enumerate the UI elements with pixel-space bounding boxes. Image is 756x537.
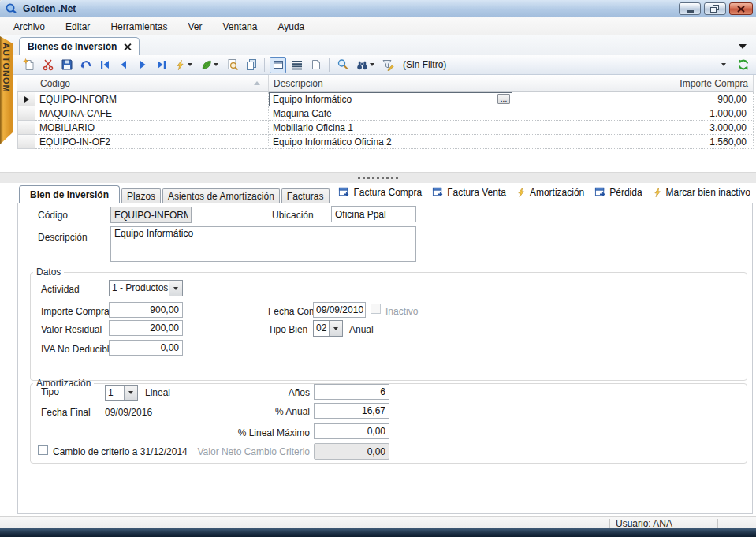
filter-edit-button[interactable] — [379, 57, 396, 73]
records-grid: Código Descripción Importe Compra EQUIPO… — [17, 75, 754, 172]
cell-importe[interactable]: 3.000,00 — [512, 121, 754, 135]
cell-codigo[interactable]: MAQUINA-CAFE — [35, 106, 269, 121]
tipo-bien-suffix-label: Anual — [349, 324, 374, 335]
valor-residual-label: Valor Residual — [41, 324, 102, 335]
descripcion-field[interactable]: Equipo Informático — [110, 226, 416, 262]
window-controls — [679, 2, 753, 15]
perdida-button[interactable]: Pérdida — [594, 186, 642, 198]
column-header-descripcion[interactable]: Descripción — [269, 75, 512, 92]
codigo-field[interactable] — [110, 207, 192, 223]
window-title: Golden .Net — [23, 3, 76, 14]
ubicacion-field[interactable] — [331, 206, 416, 222]
fecha-compra-field[interactable] — [313, 302, 366, 318]
cell-descripcion[interactable]: Maquina Café — [269, 106, 512, 121]
undo-button[interactable] — [77, 57, 94, 73]
leaf-icon — [201, 59, 212, 71]
pct-anual-field[interactable] — [314, 403, 389, 419]
menu-ver[interactable]: Ver — [177, 19, 212, 35]
new-record-button[interactable] — [20, 57, 37, 73]
row-selector[interactable] — [17, 106, 35, 121]
list-view-button[interactable] — [289, 57, 305, 73]
copy-button[interactable] — [243, 57, 259, 73]
cell-editor-button[interactable]: ... — [497, 94, 510, 104]
cell-codigo[interactable]: EQUIPO-INFORM — [35, 92, 269, 106]
status-bar: Usuario: ANA — [0, 516, 756, 528]
cell-importe[interactable]: 1.560,00 — [512, 135, 754, 149]
lightning-icon — [516, 187, 527, 198]
amortizacion-button[interactable]: Amortización — [516, 187, 584, 198]
tab-bienes-de-inversion[interactable]: Bienes de Inversión — [19, 37, 140, 55]
column-header-codigo[interactable]: Código — [35, 75, 269, 92]
anos-field[interactable] — [314, 384, 389, 400]
export-button[interactable] — [198, 57, 222, 73]
tipo-bien-combo[interactable]: 02 — [313, 320, 343, 337]
valor-residual-field[interactable] — [109, 320, 183, 336]
tab-facturas[interactable]: Facturas — [281, 188, 330, 203]
tipo-bien-dropdown-button[interactable] — [329, 321, 342, 336]
menu-herramientas[interactable]: Herramientas — [100, 19, 177, 35]
cell-importe[interactable]: 1.000,00 — [512, 106, 754, 121]
column-header-importe-compra[interactable]: Importe Compra — [512, 75, 754, 92]
menu-archivo[interactable]: Archivo — [3, 19, 55, 35]
tab-plazos[interactable]: Plazos — [121, 188, 161, 203]
menu-editar[interactable]: Editar — [55, 19, 100, 35]
form-view-button[interactable] — [270, 57, 286, 73]
toolbar: (Sin Filtro) — [0, 55, 756, 75]
search-button[interactable] — [334, 57, 351, 73]
factura-venta-button[interactable]: Factura Venta — [432, 186, 506, 198]
importe-compra-field[interactable] — [109, 302, 183, 318]
cell-descripcion-active[interactable]: Equipo Informático ... — [269, 92, 512, 106]
menu-ventana[interactable]: Ventana — [212, 19, 267, 35]
cut-button[interactable] — [39, 57, 56, 73]
cell-codigo[interactable]: MOBILIARIO — [35, 121, 269, 135]
last-record-button[interactable] — [153, 57, 169, 73]
first-record-button[interactable] — [96, 57, 113, 73]
new-window-button[interactable] — [307, 57, 324, 73]
splitter-handle[interactable] — [0, 172, 756, 183]
table-row[interactable]: MOBILIARIO Mobiliario Oficina 1 3.000,00 — [17, 121, 754, 135]
cell-importe[interactable]: 900,00 — [512, 92, 754, 106]
actividad-value: 1 - Productos a — [110, 281, 169, 296]
cell-descripcion[interactable]: Mobiliario Oficina 1 — [269, 121, 512, 135]
find-button[interactable] — [353, 57, 377, 73]
refresh-icon — [737, 58, 750, 71]
minimize-button[interactable] — [679, 2, 701, 15]
actividad-combo[interactable]: 1 - Productos a — [109, 280, 183, 296]
importe-compra-label: Importe Compra — [41, 306, 110, 317]
table-row[interactable]: MAQUINA-CAFE Maquina Café 1.000,00 — [17, 106, 754, 121]
tab-asientos-de-amortizacion[interactable]: Asientos de Amortización — [162, 188, 280, 203]
refresh-button[interactable] — [735, 57, 751, 73]
tab-bien-de-inversion[interactable]: Bien de Inversión — [19, 185, 120, 203]
cell-descripcion[interactable]: Equipo Informático Oficina 2 — [269, 135, 512, 149]
table-row[interactable]: EQUIPO-INFORM Equipo Informático ... 900… — [17, 92, 754, 106]
cell-codigo[interactable]: EQUIPO-IN-OF2 — [35, 135, 269, 149]
tipo-combo[interactable]: 1 — [105, 385, 138, 401]
restore-button[interactable] — [704, 2, 726, 15]
execute-button[interactable] — [172, 57, 196, 73]
table-row[interactable]: EQUIPO-IN-OF2 Equipo Informático Oficina… — [17, 135, 754, 149]
valor-neto-field[interactable] — [314, 443, 389, 460]
factura-compra-button[interactable]: Factura Compra — [338, 186, 422, 198]
pct-lineal-maximo-field[interactable] — [314, 423, 389, 439]
iva-no-deducible-field[interactable] — [109, 340, 183, 356]
tab-close-icon[interactable] — [124, 43, 131, 50]
lightning-icon — [653, 187, 663, 198]
row-selector[interactable] — [17, 121, 35, 135]
tab-list-dropdown-icon[interactable] — [739, 44, 747, 49]
save-button[interactable] — [58, 57, 75, 73]
row-selector[interactable] — [17, 135, 35, 149]
previous-record-button[interactable] — [115, 57, 132, 73]
previous-record-icon — [117, 58, 130, 71]
tipo-dropdown-button[interactable] — [124, 386, 137, 400]
actividad-dropdown-button[interactable] — [169, 281, 182, 296]
cambio-criterio-checkbox[interactable] — [38, 445, 48, 455]
inactivo-checkbox[interactable] — [371, 304, 381, 314]
next-record-button[interactable] — [134, 57, 151, 73]
side-tab-autonom[interactable]: AUTONOM — [0, 36, 13, 144]
row-selector[interactable] — [17, 92, 35, 106]
print-preview-button[interactable] — [224, 57, 240, 73]
close-button[interactable] — [729, 2, 753, 15]
filter-combo[interactable]: (Sin Filtro) — [398, 55, 732, 74]
menu-ayuda[interactable]: Ayuda — [267, 19, 315, 35]
marcar-bien-inactivo-button[interactable]: Marcar bien inactivo — [653, 187, 750, 198]
